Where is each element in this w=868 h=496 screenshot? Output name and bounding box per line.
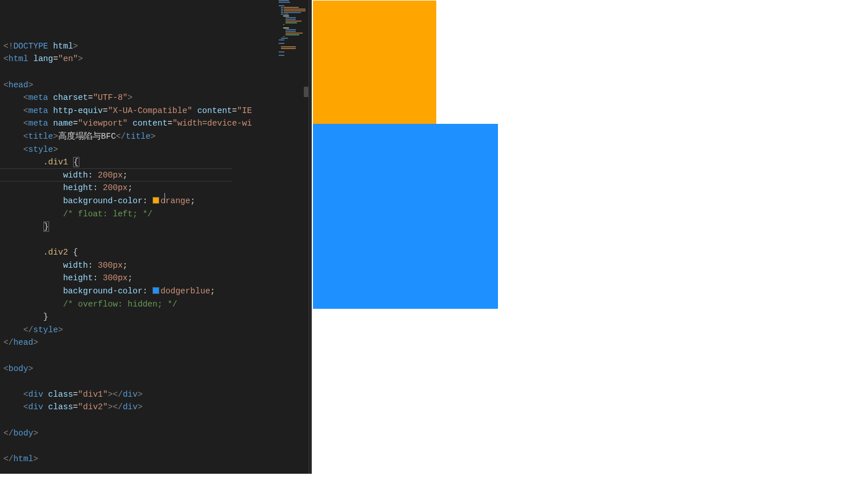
code-editor-pane[interactable]: <!DOCTYPE html> <html lang="en"> <head> … (0, 0, 308, 474)
minimap-content (279, 0, 307, 57)
doctype-keyword: DOCTYPE (13, 42, 48, 51)
minimap[interactable] (277, 0, 308, 474)
css-selector-div1: .div1 (43, 158, 69, 167)
css-comment: /* overflow: hidden; */ (63, 300, 177, 309)
css-selector-div2: .div2 (43, 248, 69, 257)
code-content[interactable]: <!DOCTYPE html> <html lang="en"> <head> … (0, 0, 277, 474)
css-comment: /* float: left; */ (63, 209, 152, 219)
scroll-handle[interactable] (304, 87, 308, 97)
color-swatch-orange[interactable] (152, 197, 159, 204)
preview-box-orange (313, 1, 436, 124)
color-swatch-blue[interactable] (152, 287, 159, 294)
title-text: 高度塌陷与BFC (58, 132, 116, 141)
preview-box-blue (313, 124, 498, 309)
preview-pane (312, 0, 868, 474)
